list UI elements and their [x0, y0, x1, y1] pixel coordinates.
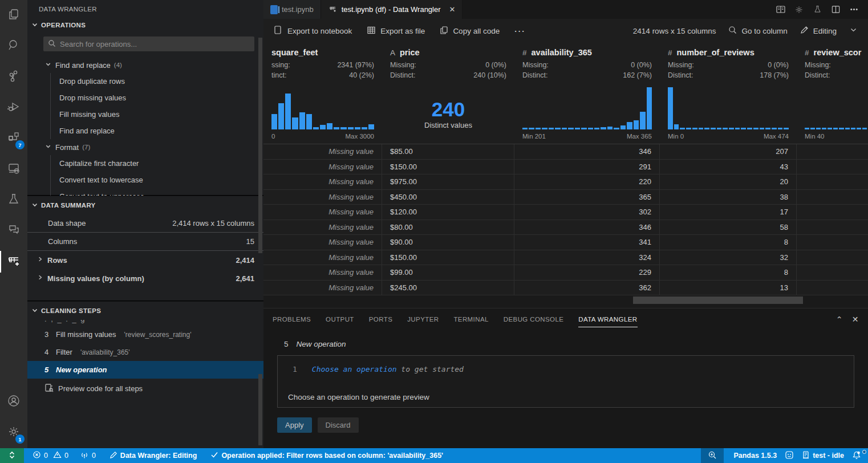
table-cell[interactable]: 362 — [514, 281, 660, 296]
table-cell[interactable]: $99.00 — [382, 265, 514, 281]
operation-item[interactable]: Find and replace — [27, 123, 263, 139]
table-cell[interactable] — [797, 220, 868, 235]
operation-item[interactable]: Convert text to uppercase — [27, 188, 263, 196]
tab-test-ipynb[interactable]: test.ipynb — [263, 0, 321, 19]
table-cell[interactable]: 346 — [514, 220, 660, 235]
table-cell[interactable] — [797, 235, 868, 250]
table-cell[interactable] — [797, 250, 868, 266]
table-cell[interactable]: Missing value — [263, 144, 382, 160]
split-editor-icon[interactable] — [829, 3, 842, 16]
operations-section-header[interactable]: OPERATIONS — [27, 16, 263, 34]
panel-tab-terminal[interactable]: TERMINAL — [453, 311, 488, 327]
grid-horizontal-scrollbar[interactable] — [263, 295, 868, 308]
table-cell[interactable]: 220 — [514, 174, 660, 190]
table-cell[interactable] — [797, 190, 868, 205]
operations-search-input[interactable] — [60, 40, 250, 48]
table-cell[interactable]: Missing value — [263, 174, 382, 190]
table-cell[interactable] — [797, 174, 868, 190]
table-cell[interactable] — [797, 160, 868, 175]
table-cell[interactable]: 8 — [660, 235, 797, 250]
apply-button[interactable]: Apply — [277, 417, 312, 433]
table-cell[interactable]: $450.00 — [382, 190, 514, 205]
accounts-button[interactable] — [0, 387, 27, 417]
close-panel-icon[interactable]: ✕ — [852, 315, 859, 324]
copy-all-code-button[interactable]: Copy all code — [440, 26, 500, 36]
operation-item[interactable]: Fill missing values — [27, 106, 263, 123]
scrollbar-thumb[interactable] — [633, 297, 803, 304]
operation-item[interactable]: Capitalize first character — [27, 155, 263, 172]
open-changes-icon[interactable] — [774, 3, 787, 16]
table-cell[interactable]: $90.00 — [382, 235, 514, 250]
table-cell[interactable]: Missing value — [263, 220, 382, 235]
column-header[interactable]: #review_scorMissing:Distinct:Min 40 — [797, 43, 868, 144]
table-cell[interactable]: Missing value — [263, 235, 382, 250]
panel-tab-data-wrangler[interactable]: DATA WRANGLER — [578, 311, 637, 327]
cleaning-step-row[interactable]: 4Filter'availability_365' — [27, 343, 263, 361]
settings-gear-icon[interactable] — [793, 3, 805, 16]
kernel-status[interactable]: test - idle — [798, 448, 848, 463]
table-cell[interactable]: 324 — [514, 250, 660, 266]
sidebar-item-source-control[interactable] — [0, 62, 27, 92]
editing-mode-button[interactable]: Editing — [800, 26, 837, 36]
table-cell[interactable]: 346 — [514, 144, 660, 160]
tab-data-wrangler[interactable]: test.ipynb (df) - Data Wrangler ✕ — [321, 0, 463, 19]
table-cell[interactable]: 8 — [660, 265, 797, 281]
table-cell[interactable]: $150.00 — [382, 250, 514, 266]
table-cell[interactable]: $245.00 — [382, 281, 514, 296]
operation-item[interactable]: Drop duplicate rows — [27, 73, 263, 90]
column-header[interactable]: square_feetssing:2341 (97%)tinct:40 (2%)… — [263, 43, 382, 144]
table-cell[interactable] — [797, 144, 868, 160]
table-cell[interactable]: $150.00 — [382, 160, 514, 175]
table-cell[interactable] — [797, 205, 868, 220]
sidebar-item-explorer[interactable] — [0, 0, 27, 31]
table-cell[interactable]: Missing value — [263, 160, 382, 175]
zoom-status-button[interactable] — [701, 448, 724, 463]
feedback-status-button[interactable] — [781, 448, 798, 463]
operation-item[interactable]: Convert text to lowercase — [27, 172, 263, 188]
notifications-button[interactable] — [848, 448, 868, 463]
toolbar-more-button[interactable]: ··· — [514, 27, 526, 35]
table-cell[interactable]: 20 — [660, 174, 797, 190]
table-cell[interactable]: 291 — [514, 160, 660, 175]
table-cell[interactable]: 341 — [514, 235, 660, 250]
collapse-panel-icon[interactable]: ⌃ — [836, 315, 843, 324]
problems-status[interactable]: 0 0 — [29, 448, 72, 463]
column-header[interactable]: #availability_365Missing:0 (0%)Distinct:… — [514, 43, 660, 144]
sidebar-item-search[interactable] — [0, 31, 27, 62]
sidebar-item-comments[interactable] — [0, 216, 27, 246]
sidebar-item-testing[interactable] — [0, 185, 27, 216]
table-cell[interactable] — [797, 265, 868, 281]
go-to-column-button[interactable]: Go to column — [728, 26, 787, 36]
table-cell[interactable]: $120.00 — [382, 205, 514, 220]
pandas-version-status[interactable]: Pandas 1.5.3 — [729, 448, 781, 463]
table-cell[interactable]: 365 — [514, 190, 660, 205]
ports-status[interactable]: 0 — [76, 448, 100, 463]
table-cell[interactable]: 207 — [660, 144, 797, 160]
operation-code-editor[interactable]: 1 Choose an operation to get started Cho… — [277, 355, 854, 408]
preview-code-all-steps-button[interactable]: Preview code for all steps — [27, 379, 263, 399]
panel-tab-jupyter[interactable]: JUPYTER — [407, 311, 439, 327]
discard-button[interactable]: Discard — [318, 417, 359, 433]
sidebar-scrollbar[interactable] — [258, 38, 262, 253]
operation-item[interactable]: Drop missing values — [27, 90, 263, 106]
operation-group[interactable]: Format(7) — [27, 139, 263, 155]
table-cell[interactable]: 43 — [660, 160, 797, 175]
summary-tree-row[interactable]: Rows2,414 — [27, 251, 263, 269]
table-cell[interactable]: Missing value — [263, 205, 382, 220]
table-cell[interactable]: 38 — [660, 190, 797, 205]
panel-tab-debug-console[interactable]: DEBUG CONSOLE — [504, 311, 564, 327]
table-cell[interactable]: 302 — [514, 205, 660, 220]
operation-group[interactable]: Find and replace(4) — [27, 57, 263, 73]
sidebar-item-data-wrangler[interactable] — [0, 246, 27, 277]
more-actions-icon[interactable] — [847, 3, 860, 16]
remote-indicator[interactable] — [0, 448, 24, 463]
export-to-notebook-button[interactable]: Export to notebook — [274, 25, 352, 36]
sidebar-item-extensions[interactable]: 7 — [0, 123, 27, 154]
data-summary-section-header[interactable]: DATA SUMMARY — [27, 196, 263, 214]
cleaning-steps-section-header[interactable]: CLEANING STEPS — [27, 301, 263, 320]
wrangler-mode-status[interactable]: Data Wrangler: Editing — [106, 448, 201, 463]
table-cell[interactable]: Missing value — [263, 265, 382, 281]
table-cell[interactable]: 32 — [660, 250, 797, 266]
summary-tree-row[interactable]: Missing values (by column)2,641 — [27, 269, 263, 287]
table-cell[interactable]: $975.00 — [382, 174, 514, 190]
